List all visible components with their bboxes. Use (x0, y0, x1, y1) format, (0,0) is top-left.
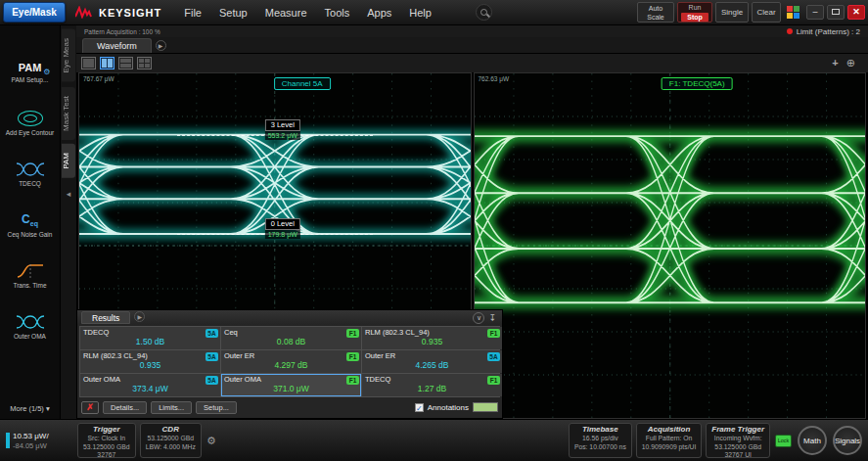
menu-help[interactable]: Help (400, 3, 440, 23)
annotation-name: 0 Level (265, 218, 300, 230)
limits-button[interactable]: Limits... (151, 401, 192, 414)
result-name: RLM (802.3 CL_94) (365, 328, 499, 337)
cdr-loop-bandwidth: LBW: 4.000 MHz (146, 443, 196, 452)
apps-grid-icon[interactable] (787, 6, 800, 20)
sidebar-item-label: Outer OMA (14, 333, 46, 340)
source-badge: F1 (346, 329, 359, 338)
collapse-sidebar-arrow[interactable]: ◂ (67, 189, 71, 199)
waveform-tab-play-icon[interactable]: ▶ (156, 40, 166, 51)
panel-label-f1-tdecq[interactable]: F1: TDECQ(5A) (662, 77, 733, 90)
menu-setup[interactable]: Setup (210, 3, 256, 23)
menu-apps[interactable]: Apps (358, 3, 400, 23)
zoom-icon[interactable]: ⊕ (846, 57, 855, 69)
acquisition-block[interactable]: Acquisition Full Pattern: On 10.9090909 … (636, 423, 703, 458)
auto-scale-label-2: Scale (647, 13, 664, 22)
search-button[interactable] (476, 4, 492, 21)
sidebar-item-trans-time[interactable]: Trans. Time (0, 251, 60, 301)
auto-scale-label-1: Auto (649, 4, 662, 13)
annotation-color-swatch[interactable] (473, 402, 498, 412)
details-button[interactable]: Details... (103, 401, 147, 414)
vertical-scale-readout: 762.63 μW (479, 75, 510, 82)
menu-measure[interactable]: Measure (256, 3, 316, 23)
result-cell-rlm-f1[interactable]: RLM (802.3 CL_94) F1 0.935 (362, 327, 502, 349)
sidebar-item-add-eye-contour[interactable]: Add Eye Contour (0, 98, 60, 149)
single-label: Single (721, 8, 743, 17)
clear-display-button[interactable]: Clear (752, 2, 781, 23)
layout-quad-icon[interactable] (137, 57, 152, 69)
move-icon[interactable]: + (832, 57, 838, 69)
frame-trigger-block[interactable]: Frame Trigger Incoming Wvfm: 53.125000 G… (706, 423, 770, 458)
layout-single-icon[interactable] (81, 57, 96, 69)
result-cell-outer-oma-f1[interactable]: Outer OMA F1 371.0 μW (221, 374, 361, 396)
tab-mask-test[interactable]: Mask Test (62, 87, 75, 140)
maximize-button[interactable] (827, 5, 845, 20)
annotation-name: 3 Level (265, 119, 300, 131)
sidebar-item-label: Add Eye Contour (6, 129, 55, 136)
menu-file[interactable]: File (175, 3, 210, 23)
layout-stacked-icon[interactable] (118, 57, 133, 69)
result-cell-tdecq-5a[interactable]: TDECQ 5A 1.50 dB (80, 327, 220, 349)
waveform-panel-f1-tdecq[interactable]: 762.63 μW F1: TDECQ(5A) (474, 72, 867, 419)
single-button[interactable]: Single (715, 2, 749, 23)
sidebar-item-outer-oma[interactable]: Outer OMA (0, 301, 60, 352)
result-cell-ceq-f1[interactable]: Ceq F1 0.08 dB (221, 327, 361, 349)
annotation-3-level[interactable]: 3 Level 553.2 μW (265, 119, 300, 140)
result-value: 371.0 μW (224, 384, 358, 394)
maximize-icon (832, 9, 840, 15)
result-cell-tdecq-f1[interactable]: TDECQ F1 1.27 dB (362, 374, 502, 396)
auto-scale-button[interactable]: Auto Scale (637, 2, 674, 23)
view-tab-row: Waveform ▶ (76, 37, 868, 54)
annotations-label: Annotations (428, 403, 469, 412)
delete-measurement-button[interactable]: ✗ (81, 401, 99, 414)
signals-button[interactable]: Signals (833, 426, 862, 455)
result-cell-rlm-5a[interactable]: RLM (802.3 CL_94) 5A 0.935 (80, 350, 220, 373)
source-badge: F1 (346, 376, 359, 385)
run-stop-button[interactable]: Run Stop (677, 2, 712, 23)
sidebar-item-tdecq[interactable]: TDECQ (0, 149, 60, 200)
search-icon (480, 9, 487, 16)
gear-icon[interactable]: ⚙ (204, 435, 219, 447)
result-cell-outer-er-f1[interactable]: Outer ER F1 4.297 dB (221, 350, 361, 373)
source-badge: 5A (206, 352, 218, 361)
result-cell-outer-oma-5a[interactable]: Outer OMA 5A 373.4 μW (80, 374, 220, 396)
sidebar-item-ceq-noise-gain[interactable]: Ceq Ceq Noise Gain (0, 200, 60, 251)
tab-pam[interactable]: PAM (62, 144, 75, 178)
sidebar-more-button[interactable]: More (1/5) ▾ (0, 399, 60, 419)
limit-status-dot (787, 28, 793, 34)
clear-label: Clear (756, 8, 775, 17)
layout-split-2-icon[interactable] (100, 57, 114, 69)
result-name: Outer ER (365, 351, 499, 360)
results-tab-play-icon[interactable]: ▶ (134, 311, 145, 322)
channel-offset: -84.05 μW (13, 441, 49, 450)
tab-waveform[interactable]: Waveform (82, 38, 152, 53)
tab-results[interactable]: Results (81, 311, 130, 324)
collapse-results-chevron[interactable]: ∨ (473, 312, 484, 324)
result-cell-outer-er-5a[interactable]: Outer ER 5A 4.265 dB (362, 350, 502, 373)
source-badge: F1 (487, 329, 500, 338)
menu-tools[interactable]: Tools (316, 3, 359, 23)
timebase-scale: 16.56 ps/div (574, 435, 626, 443)
lock-indicator: Lock (775, 435, 792, 447)
timebase-block[interactable]: Timebase 16.56 ps/div Pos: 10.00700 ns (569, 423, 632, 458)
cdr-rate: 53.125000 GBd (146, 435, 196, 443)
pin-icon[interactable]: ↧ (488, 313, 498, 323)
result-value: 373.4 μW (83, 384, 217, 394)
math-button[interactable]: Math (798, 426, 827, 455)
setup-button[interactable]: Setup... (196, 401, 237, 414)
trigger-block[interactable]: Trigger Src: Clock In 53.125000 GBd 3276… (77, 423, 136, 458)
source-badge: 5A (206, 329, 218, 338)
cdr-block[interactable]: CDR 53.125000 GBd LBW: 4.000 MHz (140, 423, 202, 458)
panel-label-channel-5a[interactable]: Channel 5A (274, 77, 331, 90)
results-footer: ✗ Details... Limits... Setup... ✓ Annota… (77, 398, 502, 416)
annotations-checkbox[interactable]: ✓ (415, 403, 424, 412)
channel-readout[interactable]: 10.53 μW/ -84.05 μW (3, 432, 75, 450)
tab-eye-meas[interactable]: Eye Meas (62, 29, 75, 82)
sidebar-item-pam-setup[interactable]: PAM⚙ PAM Setup... (0, 47, 60, 98)
results-table: TDECQ 5A 1.50 dB Ceq F1 0.08 dB RLM (802… (79, 326, 500, 397)
limit-status: Limit (Patterns) : 2 (787, 27, 860, 36)
close-button[interactable]: ✕ (847, 5, 865, 20)
minimize-button[interactable]: – (806, 5, 824, 20)
annotation-0-level[interactable]: 0 Level 179.8 μW (265, 218, 300, 239)
vertical-tab-strip: Eye Meas Mask Test PAM ◂ (61, 25, 76, 419)
eye-mask-mode-button[interactable]: Eye/Mask (3, 2, 66, 23)
